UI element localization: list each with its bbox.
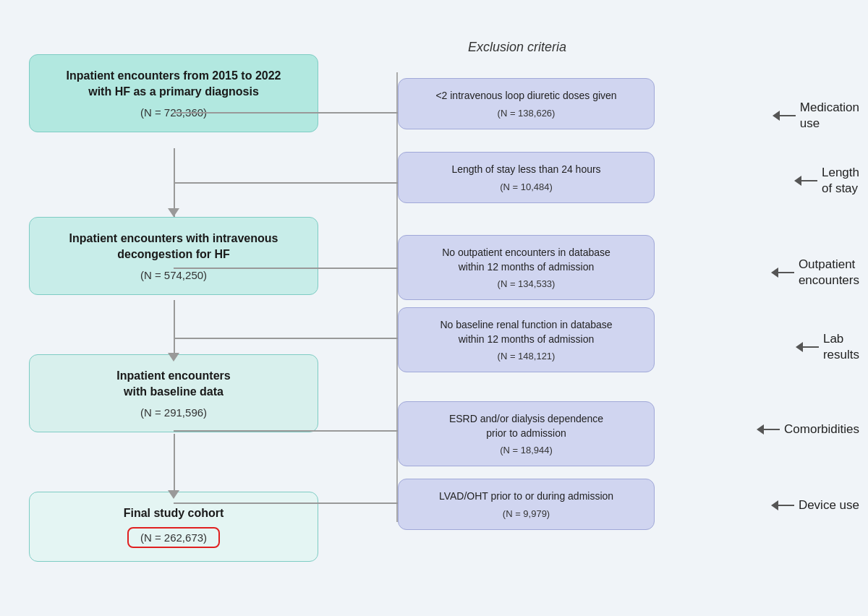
exclusion-box-3: No outpatient encounters in databasewith… [398,235,655,300]
excl-box-4-title: No baseline renal function in databasewi… [410,318,642,346]
excl-box-5-title: ESRD and/or dialysis dependenceprior to … [410,412,642,440]
flow-box-3: Inpatient encounterswith baseline data (… [29,354,318,432]
excl-box-3-count: (N = 134,533) [410,278,642,289]
excl-box-5-count: (N = 18,944) [410,445,642,455]
arrow-left-4 [796,342,819,352]
flow-box-2-count: (N = 574,250) [44,269,303,281]
h-connector-4 [174,338,398,339]
exclusion-box-6: LVAD/OHT prior to or during admission (N… [398,479,655,530]
arrowhead-5 [757,424,764,435]
diagram-container: Exclusion criteria Inpatient encounters … [0,0,868,616]
arrowhead-2 [794,176,801,186]
h-connector-6 [174,502,398,504]
label-group-2: Lengthof stay [794,165,859,197]
arrowhead-3 [771,268,778,278]
label-group-3: Outpatientencounters [771,257,859,288]
arrowline-2 [801,180,817,181]
arrow-left-2 [794,176,817,186]
excl-box-1-title: <2 intravenous loop diuretic doses given [410,89,642,103]
arrowline-3 [778,272,794,273]
flow-box-4-title: Final study cohort [44,505,303,521]
label-length-of-stay: Lengthof stay [822,165,859,197]
exclusion-box-4: No baseline renal function in databasewi… [398,307,655,372]
flow-box-3-count: (N = 291,596) [44,406,303,419]
h-connector-2 [174,182,398,184]
excl-box-1-count: (N = 138,626) [410,108,642,119]
v-connector-2 [174,300,175,354]
arrow-left-1 [773,111,796,121]
exclusion-box-1: <2 intravenous loop diuretic doses given… [398,78,655,129]
label-group-5: Comorbidities [757,422,859,437]
exclusion-box-5: ESRD and/or dialysis dependenceprior to … [398,401,655,466]
label-device-use: Device use [799,497,859,513]
flow-box-2-title: Inpatient encounters with intravenousdec… [44,231,303,263]
arrowline-1 [780,115,796,116]
label-outpatient-encounters: Outpatientencounters [799,257,859,288]
label-comorbidities: Comorbidities [784,422,859,437]
excl-box-6-count: (N = 9,979) [410,508,642,519]
label-lab-results: Labresults [823,331,859,363]
excl-box-2-title: Length of stay less than 24 hours [410,163,642,177]
excl-box-3-title: No outpatient encounters in databasewith… [410,246,642,274]
exclusion-box-2: Length of stay less than 24 hours (N = 1… [398,152,655,203]
arrow-left-3 [771,268,794,278]
excl-box-4-count: (N = 148,121) [410,351,642,362]
arrowline-5 [764,429,780,430]
label-group-4: Labresults [796,331,859,363]
flow-box-3-title: Inpatient encounterswith baseline data [44,368,303,401]
arrowline-4 [803,346,819,348]
arrowhead-4 [796,342,803,352]
arrowline-6 [778,505,794,506]
h-connector-1 [174,112,398,114]
v-connector-3 [174,434,175,492]
arrow-down-2 [168,353,179,362]
label-medication-use: Medicationuse [800,100,859,132]
flow-box-4-count: (N = 262,673) [127,527,220,548]
exclusion-title: Exclusion criteria [354,40,680,55]
arrowhead-1 [773,111,780,121]
arrow-down-3 [168,490,179,499]
arrow-left-5 [757,424,780,435]
h-connector-5 [174,430,398,432]
label-group-6: Device use [771,497,859,513]
flow-box-1: Inpatient encounters from 2015 to 2022wi… [29,54,318,132]
arrow-down-1 [168,208,179,217]
h-connector-3 [174,268,398,269]
excl-box-6-title: LVAD/OHT prior to or during admission [410,489,642,504]
excl-box-2-count: (N = 10,484) [410,181,642,192]
arrowhead-6 [771,500,778,510]
flow-box-1-title: Inpatient encounters from 2015 to 2022wi… [44,68,303,100]
arrow-left-6 [771,500,794,510]
flow-box-2: Inpatient encounters with intravenousdec… [29,217,318,295]
label-group-1: Medicationuse [773,100,859,132]
